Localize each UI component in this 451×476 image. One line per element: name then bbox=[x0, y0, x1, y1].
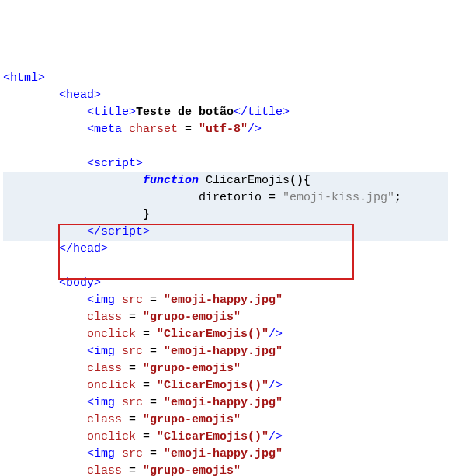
code-token bbox=[122, 123, 129, 136]
code-token: class bbox=[87, 311, 122, 324]
code-token: = bbox=[143, 345, 164, 358]
code-token: Teste de botão bbox=[136, 106, 234, 119]
code-line: <img src = "emoji-happy.jpg" bbox=[3, 446, 448, 463]
code-token: ClicarEmojis bbox=[199, 174, 290, 187]
code-token: </title> bbox=[234, 106, 290, 119]
code-token: class bbox=[87, 362, 122, 375]
code-line: <head> bbox=[3, 87, 448, 104]
code-token: > bbox=[143, 225, 150, 238]
code-token bbox=[115, 447, 122, 460]
code-token: = bbox=[136, 430, 157, 443]
code-token: "emoji-happy.jpg" bbox=[164, 396, 283, 409]
code-line bbox=[3, 258, 448, 275]
code-token: /> bbox=[269, 328, 283, 341]
code-token: /> bbox=[248, 123, 262, 136]
code-token: charset bbox=[129, 123, 178, 136]
code-line: onclick = "ClicarEmojis()"/> bbox=[3, 377, 448, 394]
code-token: <html bbox=[3, 71, 38, 85]
code-line: <title>Teste de botão</title> bbox=[3, 104, 448, 121]
code-token: <title> bbox=[87, 106, 136, 119]
code-token: <img bbox=[87, 396, 115, 409]
code-token: <meta bbox=[87, 123, 122, 136]
code-token: "grupo-emojis" bbox=[143, 311, 241, 324]
code-token: </head> bbox=[59, 242, 108, 255]
code-token: onclick bbox=[87, 430, 136, 443]
code-token: /> bbox=[269, 430, 283, 443]
code-line: class = "grupo-emojis" bbox=[3, 463, 448, 476]
code-token: "grupo-emojis" bbox=[143, 362, 241, 375]
code-line: } bbox=[3, 207, 448, 224]
code-token: = bbox=[122, 464, 143, 476]
code-view: <html> <head> <title>Teste de botão</tit… bbox=[0, 68, 451, 476]
code-token: = bbox=[136, 379, 157, 392]
code-line: class = "grupo-emojis" bbox=[3, 360, 448, 377]
code-token: = bbox=[122, 362, 143, 375]
code-line: <script> bbox=[3, 155, 448, 172]
code-line: </script> bbox=[3, 224, 448, 241]
code-token: </script bbox=[87, 225, 143, 238]
code-line: function ClicarEmojis(){ bbox=[3, 172, 448, 189]
code-line: onclick = "ClicarEmojis()"/> bbox=[3, 326, 448, 343]
code-token: = bbox=[136, 328, 157, 341]
code-line: class = "grupo-emojis" bbox=[3, 412, 448, 429]
code-token: src bbox=[122, 396, 143, 409]
code-token: (){ bbox=[290, 174, 310, 187]
code-token: "emoji-happy.jpg" bbox=[164, 345, 283, 358]
code-token: class bbox=[87, 464, 122, 476]
code-token: src bbox=[122, 294, 143, 307]
code-token: class bbox=[87, 413, 122, 426]
code-line: onclick = "ClicarEmojis()"/> bbox=[3, 429, 448, 446]
code-token: = bbox=[178, 123, 199, 136]
code-token: "grupo-emojis" bbox=[143, 464, 241, 476]
code-line: <img src = "emoji-happy.jpg" bbox=[3, 292, 448, 309]
code-token: /> bbox=[269, 379, 283, 392]
code-line: <meta charset = "utf-8"/> bbox=[3, 121, 448, 138]
code-token: <head> bbox=[59, 89, 101, 102]
code-token: "utf-8" bbox=[199, 123, 248, 136]
code-line: <html> bbox=[3, 70, 448, 87]
code-token: <body> bbox=[59, 276, 101, 290]
code-token: = bbox=[143, 447, 164, 460]
code-token: } bbox=[143, 208, 150, 221]
code-token bbox=[115, 345, 122, 358]
code-token: <img bbox=[87, 447, 115, 460]
code-line bbox=[3, 138, 448, 155]
code-token: <img bbox=[87, 345, 115, 358]
code-token: = bbox=[122, 413, 143, 426]
code-token: onclick bbox=[87, 379, 136, 392]
code-line: </head> bbox=[3, 241, 448, 258]
code-token: src bbox=[122, 345, 143, 358]
code-token: "ClicarEmojis()" bbox=[157, 430, 269, 443]
code-token bbox=[115, 396, 122, 409]
code-line: diretorio = "emoji-kiss.jpg"; bbox=[3, 189, 448, 207]
code-token: diretorio = bbox=[199, 191, 283, 204]
code-token: "emoji-kiss.jpg" bbox=[283, 191, 394, 204]
code-token: "ClicarEmojis()" bbox=[157, 328, 269, 341]
code-line: <body> bbox=[3, 275, 448, 292]
code-token: <img bbox=[87, 294, 115, 307]
code-token: = bbox=[143, 396, 164, 409]
code-token: <script> bbox=[87, 157, 143, 170]
code-token bbox=[115, 294, 122, 307]
code-token: = bbox=[143, 294, 164, 307]
code-token: function bbox=[143, 174, 199, 187]
code-line: <img src = "emoji-happy.jpg" bbox=[3, 343, 448, 360]
code-token: "ClicarEmojis()" bbox=[157, 379, 269, 392]
code-token: ; bbox=[394, 191, 401, 204]
code-token: = bbox=[122, 311, 143, 324]
code-line: <img src = "emoji-happy.jpg" bbox=[3, 394, 448, 412]
code-line: class = "grupo-emojis" bbox=[3, 309, 448, 326]
code-token: "grupo-emojis" bbox=[143, 413, 241, 426]
code-token: > bbox=[38, 71, 45, 85]
code-token: "emoji-happy.jpg" bbox=[164, 447, 283, 460]
code-token: src bbox=[122, 447, 143, 460]
code-token: onclick bbox=[87, 328, 136, 341]
code-token: "emoji-happy.jpg" bbox=[164, 294, 283, 307]
